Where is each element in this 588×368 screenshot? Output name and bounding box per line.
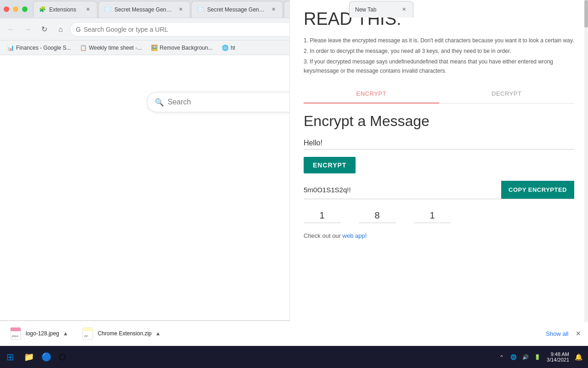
download-zip-arrow[interactable]: ▲ [155, 330, 161, 337]
svg-rect-1 [11, 328, 21, 331]
tab-secret1[interactable]: ✉️ Secret Message Generator ✕ [98, 1, 190, 17]
bookmark-removebg-icon: 🖼️ [151, 45, 158, 51]
bookmark-timesheet[interactable]: 📋 Weekly time sheet -... [76, 42, 145, 53]
search-icon: 🔍 [155, 98, 164, 107]
download-zip-name: Chrome Extension.zip [98, 330, 152, 337]
tab-favicon-extensions: 🧩 [39, 6, 46, 13]
window-minimize-btn[interactable] [13, 6, 18, 12]
chrome-icon: 🔵 [41, 352, 51, 362]
footer-link[interactable]: web app! [343, 232, 367, 239]
bookmark-finances-label: Finances - Google S... [16, 45, 71, 51]
forward-button[interactable]: → [20, 22, 35, 37]
tab-encrypt[interactable]: ENCRYPT [304, 85, 439, 104]
back-button[interactable]: ← [4, 22, 18, 37]
google-icon: G [76, 26, 81, 33]
home-button[interactable]: ⌂ [53, 22, 68, 37]
bookmark-finances[interactable]: 📊 Finances - Google S... [4, 42, 74, 53]
tab-close-extensions[interactable]: ✕ [84, 6, 91, 13]
svg-rect-4 [83, 328, 93, 331]
clock-time: 9:48 AM [547, 351, 569, 357]
key-input-2[interactable] [359, 208, 396, 223]
windows-logo-icon: ⊞ [6, 351, 14, 362]
taskbar-right: ^ 🌐 🔊 🔋 9:48 AM 3/14/2021 🔔 [496, 351, 584, 362]
download-item-jpeg[interactable]: JPEG logo-128.jpeg ▲ [6, 325, 72, 342]
window-close-btn[interactable] [4, 6, 9, 12]
bookmark-finances-icon: 📊 [7, 45, 14, 51]
bookmark-timesheet-label: Weekly time sheet -... [89, 45, 141, 51]
window-controls [4, 6, 28, 12]
popup-scrollable-area[interactable]: READ THIS: Please leave the encrypted me… [290, 55, 588, 320]
tab-secret2[interactable]: ✉️ Secret Message Generator ✕ [191, 1, 283, 17]
tab-close-secret1[interactable]: ✕ [177, 6, 184, 13]
bookmark-ht[interactable]: 🌐 ht [218, 42, 239, 53]
tray-chevron-icon[interactable]: ^ [496, 351, 507, 362]
taskbar-file-explorer[interactable]: 📁 [21, 349, 38, 365]
notification-icon[interactable]: 🔔 [573, 351, 584, 362]
svg-text:JPEG: JPEG [11, 335, 19, 338]
instruction-3: If your decrypted message says undefined… [304, 58, 574, 75]
tray-volume-icon[interactable]: 🔊 [520, 351, 531, 362]
tab-extensions[interactable]: 🧩 Extensions ✕ [33, 1, 97, 17]
bookmark-ht-label: ht [231, 45, 235, 51]
download-jpeg-arrow[interactable]: ▲ [63, 330, 68, 337]
bookmark-removebg-label: Remove Backgroun... [160, 45, 213, 51]
download-zip-info: Chrome Extension.zip [98, 330, 152, 337]
bookmark-timesheet-icon: 📋 [80, 45, 87, 51]
encrypted-output-row: COPY ENCRYPTED [304, 181, 574, 199]
tab-decrypt[interactable]: DECRYPT [439, 85, 575, 104]
vscode-icon: ⬡ [59, 352, 66, 362]
tab-close-secret2[interactable]: ✕ [270, 6, 277, 13]
section-title: Encrypt a Message [304, 113, 574, 130]
tab-favicon-secret1: ✉️ [104, 6, 112, 13]
clock-display[interactable]: 9:48 AM 3/14/2021 [545, 351, 571, 362]
taskbar-windows-start[interactable]: ⊞ [4, 349, 20, 365]
encrypt-decrypt-tabs: ENCRYPT DECRYPT [304, 85, 574, 104]
downloads-right: Show all × [540, 327, 582, 340]
copy-encrypted-button[interactable]: COPY ENCRYPTED [501, 181, 574, 199]
svg-text:ZIP: ZIP [84, 335, 88, 338]
downloads-bar: JPEG logo-128.jpeg ▲ ZIP Chrome Extensio… [0, 320, 588, 346]
download-jpeg-name: logo-128.jpeg [26, 330, 59, 337]
taskbar: ⊞ 📁 🔵 ⬡ ^ 🌐 🔊 🔋 9:48 AM 3/14/2021 🔔 [0, 346, 588, 368]
tab-newtab[interactable]: New Tab ✕ [349, 1, 413, 17]
main-area: 🔍 READ THIS: Please leave the encrypted … [0, 55, 588, 320]
show-all-button[interactable]: Show all [540, 328, 574, 340]
download-jpeg-icon: JPEG [9, 327, 22, 340]
key-input-1[interactable] [304, 208, 340, 223]
tab-title-extensions: Extensions [49, 6, 81, 13]
tab-favicon-secret2: ✉️ [197, 6, 204, 13]
message-input[interactable] [304, 137, 574, 150]
instruction-2: In order to decrypt the message, you nee… [304, 55, 574, 56]
reload-button[interactable]: ↻ [37, 22, 51, 37]
tray-network-icon[interactable]: 🌐 [508, 351, 519, 362]
tab-title-secret1: Secret Message Generator [114, 6, 174, 13]
extension-popup: READ THIS: Please leave the encrypted me… [289, 55, 588, 320]
tab-close-newtab[interactable]: ✕ [400, 6, 407, 13]
taskbar-vscode[interactable]: ⬡ [56, 349, 73, 365]
tray-battery-icon[interactable]: 🔋 [532, 351, 543, 362]
bookmark-removebg[interactable]: 🖼️ Remove Backgroun... [147, 42, 216, 53]
download-item-zip[interactable]: ZIP Chrome Extension.zip ▲ [78, 325, 164, 342]
tab-title-newtab: New Tab [355, 6, 397, 13]
taskbar-chrome[interactable]: 🔵 [39, 349, 55, 365]
download-zip-icon: ZIP [81, 327, 94, 340]
footer-text: Check out our web app! [304, 232, 574, 239]
keys-row [304, 208, 574, 223]
browser-frame: 🧩 Extensions ✕ ✉️ Secret Message Generat… [0, 0, 588, 368]
window-maximize-btn[interactable] [22, 6, 28, 12]
tab-title-secret2: Secret Message Generator [207, 6, 267, 13]
key-input-3[interactable] [414, 208, 451, 223]
system-tray: ^ 🌐 🔊 🔋 [496, 351, 543, 362]
scrollbar-track[interactable] [584, 55, 588, 320]
downloads-close-button[interactable]: × [574, 327, 582, 340]
instructions-list: Please leave the encrypted message as it… [304, 55, 574, 75]
encrypted-text-field[interactable] [304, 182, 501, 197]
clock-date: 3/14/2021 [547, 357, 569, 362]
bookmark-ht-icon: 🌐 [222, 45, 229, 51]
encrypt-button[interactable]: ENCRYPT [304, 157, 356, 173]
download-jpeg-info: logo-128.jpeg [26, 330, 59, 337]
file-explorer-icon: 📁 [24, 352, 34, 362]
